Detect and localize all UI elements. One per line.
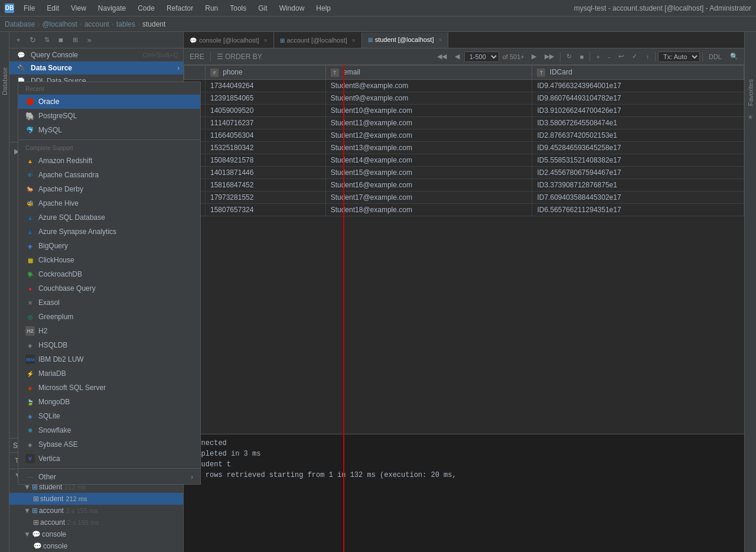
idcard-cell[interactable]: ID9.479663243964001e17 bbox=[532, 80, 744, 92]
postgresql-item[interactable]: 🐘 PostgreSQL bbox=[18, 109, 200, 123]
student-tab-close[interactable]: × bbox=[438, 37, 442, 43]
mssql-item[interactable]: ◈ Microsoft SQL Server bbox=[18, 381, 200, 395]
console-tab-close[interactable]: × bbox=[264, 37, 268, 44]
data-source-item[interactable]: 🔌 Data Source › bbox=[9, 61, 183, 74]
table-row[interactable]: 22 12391854065 Student9@example.com ID9.… bbox=[184, 92, 744, 105]
email-cell[interactable]: Student13@example.com bbox=[325, 142, 532, 154]
up-btn[interactable]: ↑ bbox=[642, 52, 653, 61]
phone-cell[interactable]: 12391854065 bbox=[206, 92, 326, 105]
mariadb-item[interactable]: ⚡ MariaDB bbox=[18, 366, 200, 381]
other-item[interactable]: ⋯ Other › bbox=[18, 470, 200, 484]
azure-sql-item[interactable]: ▲ Azure SQL Database bbox=[18, 210, 200, 225]
sort-button[interactable]: ⇅ bbox=[40, 34, 53, 47]
phone-cell[interactable]: 17344049264 bbox=[206, 80, 326, 92]
phone-cell[interactable]: 17973281552 bbox=[206, 191, 326, 204]
range-select[interactable]: 1-500 bbox=[464, 51, 499, 62]
vertica-item[interactable]: V Vertica bbox=[18, 452, 200, 466]
table-row[interactable]: 26 15325180342 Student13@example.com ID9… bbox=[184, 142, 744, 154]
submit-btn[interactable]: ✓ bbox=[628, 51, 641, 61]
services-account-item[interactable]: ⊞ account 2 s 155 ms bbox=[9, 517, 183, 528]
phone-cell[interactable]: 14013871446 bbox=[206, 167, 326, 179]
hsqldb-item[interactable]: ◈ HSQLDB bbox=[18, 338, 200, 352]
nav-last-btn[interactable]: ▶▶ bbox=[541, 51, 558, 61]
exasol-item[interactable]: ✕ Exasol bbox=[18, 296, 200, 310]
tab-console[interactable]: 💬 console [@localhost] × bbox=[184, 33, 274, 48]
menu-window[interactable]: Window bbox=[275, 3, 309, 14]
phone-cell[interactable]: 11664056304 bbox=[206, 129, 326, 142]
menu-view[interactable]: View bbox=[66, 3, 91, 14]
sybase-item[interactable]: ◈ Sybase ASE bbox=[18, 437, 200, 452]
phone-cell[interactable]: 15807657324 bbox=[206, 204, 326, 216]
sqlite-item[interactable]: ◈ SQLite bbox=[18, 409, 200, 423]
col-phone[interactable]: # phone bbox=[206, 66, 326, 80]
menu-code[interactable]: Code bbox=[133, 3, 159, 14]
tab-student[interactable]: ⊞ student [@localhost] × bbox=[362, 33, 449, 48]
table-row[interactable]: 29 15816847452 Student16@example.com ID3… bbox=[184, 179, 744, 191]
nav-prev-btn[interactable]: ◀ bbox=[451, 51, 463, 61]
bigquery-item[interactable]: ◈ BigQuery bbox=[18, 239, 200, 253]
clickhouse-item[interactable]: ▦ ClickHouse bbox=[18, 253, 200, 267]
idcard-cell[interactable]: ID9.860764493104782e17 bbox=[532, 92, 744, 105]
idcard-cell[interactable]: ID3.910266244700426e17 bbox=[532, 105, 744, 117]
table-row[interactable]: 21 17344049264 Student8@example.com ID9.… bbox=[184, 80, 744, 92]
idcard-cell[interactable]: ID3.373908712876875e1 bbox=[532, 179, 744, 191]
menu-refactor[interactable]: Refactor bbox=[162, 3, 198, 14]
amazon-redshift-item[interactable]: ▲ Amazon Redshift bbox=[18, 154, 200, 168]
menu-tools[interactable]: Tools bbox=[225, 3, 251, 14]
email-cell[interactable]: Student12@example.com bbox=[325, 129, 532, 142]
h2-item[interactable]: H2 H2 bbox=[18, 324, 200, 338]
idcard-cell[interactable]: ID7.609403588445302e17 bbox=[532, 191, 744, 204]
revert-btn[interactable]: ↩ bbox=[615, 51, 627, 61]
email-cell[interactable]: Student10@example.com bbox=[325, 105, 532, 117]
email-cell[interactable]: Student14@example.com bbox=[325, 154, 532, 167]
cockroachdb-item[interactable]: 🪲 CockroachDB bbox=[18, 267, 200, 281]
nav-next-btn[interactable]: ▶ bbox=[528, 51, 540, 61]
breadcrumb-account[interactable]: account bbox=[84, 20, 109, 28]
menu-edit[interactable]: Edit bbox=[42, 3, 64, 14]
idcard-cell[interactable]: ID2.876637420502153e1 bbox=[532, 129, 744, 142]
menu-git[interactable]: Git bbox=[253, 3, 272, 14]
ibm-item[interactable]: IBM IBM Db2 LUW bbox=[18, 352, 200, 366]
idcard-cell[interactable]: ID3.580672645508474e1 bbox=[532, 117, 744, 129]
nav-first-btn[interactable]: ◀◀ bbox=[434, 51, 450, 61]
account-tab-close[interactable]: × bbox=[352, 37, 356, 44]
menu-file[interactable]: File bbox=[19, 3, 40, 14]
stop-button[interactable]: ■ bbox=[54, 34, 67, 47]
email-cell[interactable]: Student15@example.com bbox=[325, 167, 532, 179]
idcard-cell[interactable]: ID9.452846593645258e17 bbox=[532, 142, 744, 154]
tx-select[interactable]: Tx: Auto bbox=[658, 51, 700, 62]
more-button[interactable]: » bbox=[83, 34, 96, 47]
favorites-label[interactable]: Favorites bbox=[747, 79, 754, 106]
table-row[interactable]: 30 17973281552 Student17@example.com ID7… bbox=[184, 191, 744, 204]
email-cell[interactable]: Student17@example.com bbox=[325, 191, 532, 204]
menu-navigate[interactable]: Navigate bbox=[93, 3, 131, 14]
refresh-data-btn[interactable]: ↻ bbox=[563, 51, 575, 61]
mysql-item[interactable]: 🐬 MySQL bbox=[18, 123, 200, 137]
email-cell[interactable]: Student9@example.com bbox=[325, 92, 532, 105]
add-row-btn[interactable]: + bbox=[592, 52, 603, 61]
services-student-item[interactable]: ⊞ student 212 ms bbox=[9, 493, 183, 505]
table-row[interactable]: 25 11664056304 Student12@example.com ID2… bbox=[184, 129, 744, 142]
breadcrumb-localhost[interactable]: @localhost bbox=[42, 20, 77, 28]
azure-synapse-item[interactable]: ▲ Azure Synapse Analytics bbox=[18, 225, 200, 239]
ddl-btn[interactable]: DDL bbox=[705, 52, 725, 61]
idcard-cell[interactable]: ID2.455678067594467e17 bbox=[532, 167, 744, 179]
table-row[interactable]: 23 14059009520 Student10@example.com ID3… bbox=[184, 105, 744, 117]
menu-run[interactable]: Run bbox=[200, 3, 223, 14]
email-cell[interactable]: Student18@example.com bbox=[325, 204, 532, 216]
phone-cell[interactable]: 15084921578 bbox=[206, 154, 326, 167]
phone-cell[interactable]: 11140716237 bbox=[206, 117, 326, 129]
add-button[interactable]: + bbox=[12, 34, 25, 47]
apache-cassandra-item[interactable]: 👁 Apache Cassandra bbox=[18, 168, 200, 182]
services-account-group[interactable]: ▼ ⊞ account 2 s 155 ms bbox=[9, 505, 183, 517]
table-row[interactable]: 31 15807657324 Student18@example.com ID6… bbox=[184, 204, 744, 216]
email-cell[interactable]: Student16@example.com bbox=[325, 179, 532, 191]
col-idcard[interactable]: T IDCard bbox=[532, 66, 744, 80]
table-row[interactable]: 24 11140716237 Student11@example.com ID3… bbox=[184, 117, 744, 129]
snowflake-item[interactable]: ❄ Snowflake bbox=[18, 423, 200, 437]
phone-cell[interactable]: 15325180342 bbox=[206, 142, 326, 154]
col-email[interactable]: T email bbox=[325, 66, 532, 80]
breadcrumb-tables[interactable]: tables bbox=[116, 20, 135, 28]
stop-data-btn[interactable]: ■ bbox=[576, 52, 588, 61]
apache-hive-item[interactable]: 🐝 Apache Hive bbox=[18, 196, 200, 210]
